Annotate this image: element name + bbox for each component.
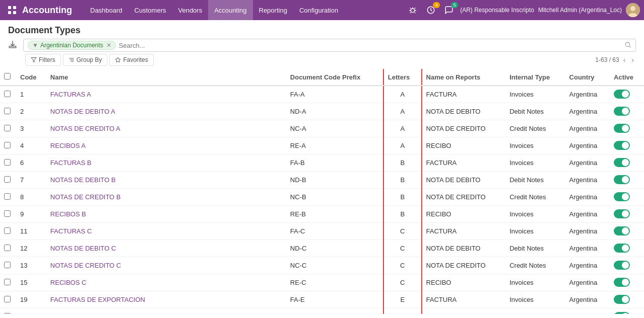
user-name[interactable]: Mitchell Admin (Argentina_Loc): [538, 7, 622, 14]
select-all-checkbox[interactable]: [4, 73, 11, 80]
chat-icon-btn[interactable]: 5: [442, 3, 456, 17]
row-checkbox-cell[interactable]: [0, 154, 16, 172]
row-name[interactable]: FACTURAS C: [46, 223, 286, 240]
row-active[interactable]: [610, 206, 644, 223]
clock-icon-btn[interactable]: 4: [424, 3, 438, 17]
download-btn[interactable]: [8, 40, 17, 51]
row-name[interactable]: NOTAS DE CREDITO C: [46, 257, 286, 274]
row-active[interactable]: [610, 291, 644, 308]
row-checkbox[interactable]: [4, 227, 11, 234]
col-code[interactable]: Code: [16, 69, 46, 86]
row-active[interactable]: [610, 103, 644, 120]
row-checkbox-cell[interactable]: [0, 240, 16, 257]
row-checkbox[interactable]: [4, 279, 11, 285]
nav-vendors[interactable]: Vendors: [172, 0, 208, 20]
row-checkbox[interactable]: [4, 193, 11, 200]
row-checkbox-cell[interactable]: [0, 291, 16, 308]
row-active[interactable]: [610, 223, 644, 240]
row-checkbox[interactable]: [4, 210, 11, 217]
row-name[interactable]: NOTAS DE CREDITO A: [46, 120, 286, 137]
row-checkbox[interactable]: [4, 108, 11, 114]
row-name[interactable]: NOTAS DE CREDITO B: [46, 189, 286, 206]
row-name[interactable]: NOTAS DE DEBITO A: [46, 103, 286, 120]
row-checkbox-cell[interactable]: [0, 223, 16, 240]
row-active[interactable]: [610, 137, 644, 154]
row-checkbox-cell[interactable]: [0, 103, 16, 120]
next-page-btn[interactable]: ›: [629, 55, 636, 65]
row-checkbox-cell[interactable]: [0, 308, 16, 314]
row-checkbox[interactable]: [4, 125, 11, 131]
row-active[interactable]: [610, 120, 644, 137]
nav-configuration[interactable]: Configuration: [293, 0, 344, 20]
row-checkbox[interactable]: [4, 91, 11, 97]
nav-accounting[interactable]: Accounting: [208, 0, 252, 20]
active-toggle[interactable]: [614, 192, 630, 201]
row-checkbox[interactable]: [4, 245, 11, 251]
nav-customers[interactable]: Customers: [128, 0, 172, 20]
row-name[interactable]: RECIBOS B: [46, 206, 286, 223]
col-name[interactable]: Name: [46, 69, 286, 86]
grid-icon[interactable]: [4, 2, 20, 18]
row-checkbox[interactable]: [4, 296, 11, 302]
active-toggle[interactable]: [614, 209, 630, 218]
filter-tag-argentinian[interactable]: ▼ Argentinian Documents ✕: [28, 41, 116, 50]
row-active[interactable]: [610, 172, 644, 189]
row-name[interactable]: NOTAS DE DEBITO B: [46, 172, 286, 189]
row-checkbox[interactable]: [4, 262, 11, 268]
prev-page-btn[interactable]: ‹: [621, 55, 628, 65]
row-checkbox-cell[interactable]: [0, 137, 16, 154]
row-name[interactable]: NOTAS DE DEBITO POR OPERACIONES CON EL E…: [46, 308, 286, 314]
col-internal-type[interactable]: Internal Type: [505, 69, 565, 86]
row-checkbox-cell[interactable]: [0, 86, 16, 103]
nav-reporting[interactable]: Reporting: [253, 0, 293, 20]
row-checkbox-cell[interactable]: [0, 120, 16, 137]
active-toggle[interactable]: [614, 244, 630, 253]
bug-icon-btn[interactable]: [406, 3, 420, 17]
row-checkbox-cell[interactable]: [0, 189, 16, 206]
row-active[interactable]: [610, 154, 644, 172]
active-toggle[interactable]: [614, 312, 630, 314]
row-checkbox-cell[interactable]: [0, 274, 16, 291]
favorites-btn[interactable]: Favorites: [109, 54, 153, 66]
row-name[interactable]: RECIBOS C: [46, 274, 286, 291]
active-toggle[interactable]: [614, 124, 630, 133]
row-checkbox-cell[interactable]: [0, 257, 16, 274]
nav-dashboard[interactable]: Dashboard: [84, 0, 128, 20]
row-active[interactable]: [610, 274, 644, 291]
col-active[interactable]: Active: [610, 69, 644, 86]
col-checkbox[interactable]: [0, 69, 16, 86]
col-country[interactable]: Country: [565, 69, 610, 86]
groupby-btn[interactable]: Group By: [63, 54, 108, 66]
active-toggle[interactable]: [614, 261, 630, 270]
row-name[interactable]: NOTAS DE DEBITO C: [46, 240, 286, 257]
row-name[interactable]: RECIBOS A: [46, 137, 286, 154]
row-checkbox-cell[interactable]: [0, 206, 16, 223]
row-name[interactable]: FACTURAS B: [46, 154, 286, 172]
row-active[interactable]: [610, 189, 644, 206]
row-active[interactable]: [610, 308, 644, 314]
row-active[interactable]: [610, 86, 644, 103]
row-checkbox[interactable]: [4, 159, 11, 166]
active-toggle[interactable]: [614, 107, 630, 116]
row-active[interactable]: [610, 240, 644, 257]
row-checkbox[interactable]: [4, 176, 11, 183]
row-name[interactable]: FACTURAS DE EXPORTACION: [46, 291, 286, 308]
row-checkbox[interactable]: [4, 142, 11, 148]
col-document-code-prefix[interactable]: Document Code Prefix: [286, 69, 383, 86]
active-toggle[interactable]: [614, 295, 630, 304]
row-checkbox-cell[interactable]: [0, 172, 16, 189]
col-letters[interactable]: Letters: [383, 69, 422, 86]
active-toggle[interactable]: [614, 141, 630, 150]
row-name[interactable]: FACTURAS A: [46, 86, 286, 103]
active-toggle[interactable]: [614, 158, 630, 167]
active-toggle[interactable]: [614, 278, 630, 287]
row-checkbox[interactable]: [4, 313, 11, 314]
search-input[interactable]: [119, 42, 621, 49]
active-toggle[interactable]: [614, 175, 630, 184]
active-toggle[interactable]: [614, 226, 630, 235]
filters-btn[interactable]: Filters: [25, 54, 61, 66]
row-active[interactable]: [610, 257, 644, 274]
avatar[interactable]: [626, 3, 640, 17]
filter-tag-remove[interactable]: ✕: [106, 42, 111, 49]
active-toggle[interactable]: [614, 90, 630, 99]
